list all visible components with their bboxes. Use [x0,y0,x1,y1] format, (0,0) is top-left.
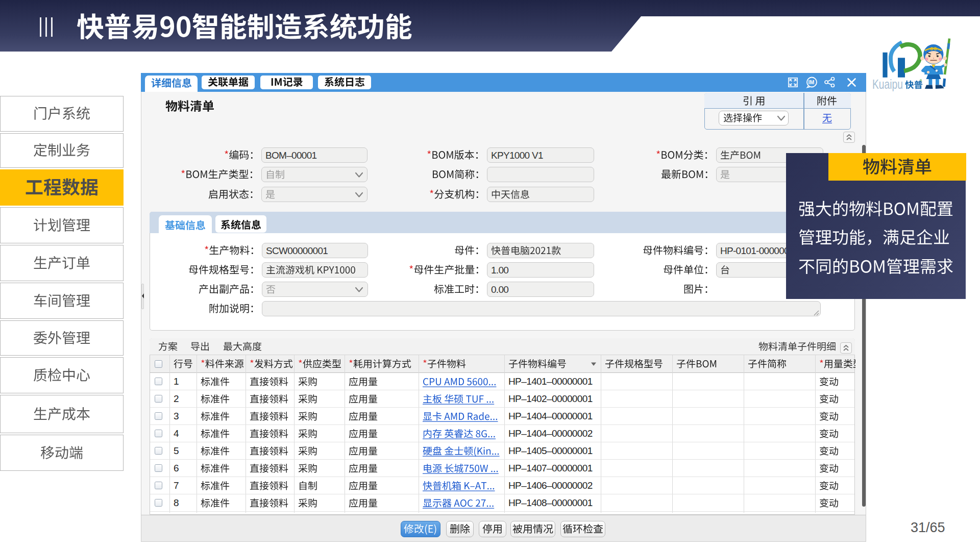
svg-text:IM: IM [808,79,815,85]
svg-text:Kuaipu: Kuaipu [872,77,903,91]
